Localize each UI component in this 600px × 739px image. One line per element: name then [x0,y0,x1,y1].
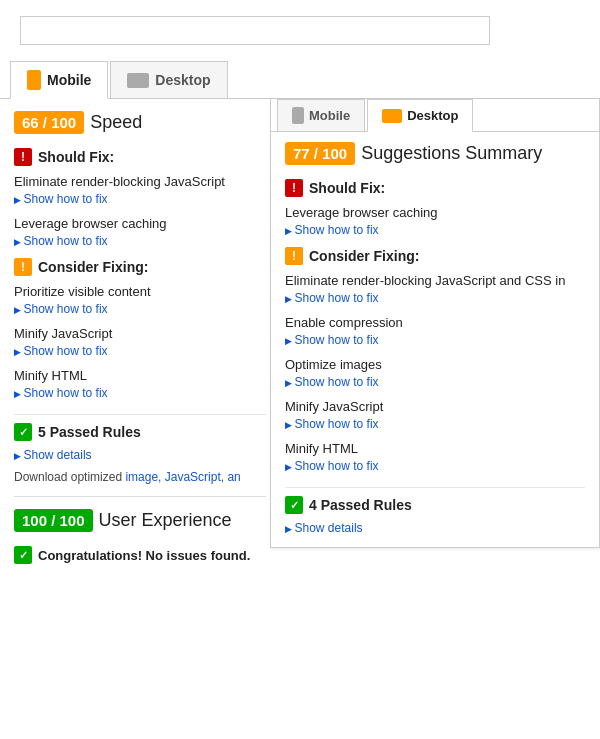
right-should-fix-list: Leverage browser caching Show how to fix [285,205,585,237]
right-consider-fix-label: Consider Fixing: [309,248,419,264]
tab-mobile[interactable]: Mobile [10,61,108,99]
suggestions-label: Suggestions Summary [361,143,542,164]
ux-label: User Experience [99,510,232,531]
speed-label: Speed [90,112,142,133]
main-tabs-row: Mobile Desktop [0,61,600,99]
show-how-link[interactable]: Show how to fix [285,417,379,431]
list-item: Optimize images Show how to fix [285,357,585,389]
show-how-link[interactable]: Show how to fix [14,386,108,400]
list-item: Leverage browser caching Show how to fix [285,205,585,237]
show-how-link[interactable]: Show how to fix [285,333,379,347]
show-details-link[interactable]: Show details [14,448,92,462]
speed-score-title: 66 / 100 Speed [14,111,266,134]
should-fix-list: Eliminate render-blocking JavaScript Sho… [14,174,266,248]
right-passed-count: 4 Passed Rules [309,497,412,513]
right-consider-fix-list: Eliminate render-blocking JavaScript and… [285,273,585,473]
right-passed-section: ✓ 4 Passed Rules Show details [285,487,585,535]
rule-text: Prioritize visible content [14,284,266,299]
left-panel: 66 / 100 Speed ! Should Fix: Eliminate r… [0,99,280,576]
right-consider-fix-icon: ! [285,247,303,265]
check-icon: ✓ [14,423,32,441]
main-content: 66 / 100 Speed ! Should Fix: Eliminate r… [0,99,600,576]
rule-text: Minify JavaScript [285,399,585,414]
show-how-link[interactable]: Show how to fix [14,234,108,248]
download-prefix: Download optimized [14,470,125,484]
rule-text: Optimize images [285,357,585,372]
rule-text: Eliminate render-blocking JavaScript and… [285,273,585,288]
right-tab-mobile[interactable]: Mobile [277,99,365,131]
should-fix-header: ! Should Fix: [14,148,266,166]
ux-score-title: 100 / 100 User Experience [14,509,266,532]
show-how-link[interactable]: Show how to fix [14,192,108,206]
rule-text: Minify HTML [14,368,266,383]
mobile-icon [27,70,41,90]
passed-count: 5 Passed Rules [38,424,141,440]
list-item: Prioritize visible content Show how to f… [14,284,266,316]
tab-desktop-label: Desktop [155,72,210,88]
right-passed-header: ✓ 4 Passed Rules [285,496,585,514]
desktop-icon [127,73,149,88]
rule-text: Minify HTML [285,441,585,456]
show-how-link[interactable]: Show how to fix [285,459,379,473]
speed-score-badge: 66 / 100 [14,111,84,134]
list-item: Enable compression Show how to fix [285,315,585,347]
suggestions-score-badge: 77 / 100 [285,142,355,165]
consider-fix-list: Prioritize visible content Show how to f… [14,284,266,400]
tab-desktop[interactable]: Desktop [110,61,227,98]
rule-text: Enable compression [285,315,585,330]
right-mobile-icon [292,107,304,124]
show-how-link[interactable]: Show how to fix [285,223,379,237]
should-fix-icon: ! [14,148,32,166]
right-mobile-label: Mobile [309,108,350,123]
show-how-link[interactable]: Show how to fix [14,302,108,316]
download-link[interactable]: image, JavaScript, an [125,470,240,484]
tab-mobile-label: Mobile [47,72,91,88]
passed-section: ✓ 5 Passed Rules Show details [14,414,266,462]
show-how-link[interactable]: Show how to fix [14,344,108,358]
congrats-check-icon: ✓ [14,546,32,564]
divider [14,496,266,497]
right-show-details-link[interactable]: Show details [285,521,363,535]
right-consider-fix-header: ! Consider Fixing: [285,247,585,265]
ux-score-badge: 100 / 100 [14,509,93,532]
list-item: Leverage browser caching Show how to fix [14,216,266,248]
right-panel-tabs: Mobile Desktop [271,99,599,132]
rule-text: Minify JavaScript [14,326,266,341]
download-text: Download optimized image, JavaScript, an [14,470,266,484]
list-item: Minify HTML Show how to fix [285,441,585,473]
rule-text: Eliminate render-blocking JavaScript [14,174,266,189]
right-desktop-icon [382,109,402,123]
consider-fix-label: Consider Fixing: [38,259,148,275]
list-item: Eliminate render-blocking JavaScript and… [285,273,585,305]
passed-header: ✓ 5 Passed Rules [14,423,266,441]
list-item: Minify JavaScript Show how to fix [285,399,585,431]
rule-text: Leverage browser caching [14,216,266,231]
list-item: Eliminate render-blocking JavaScript Sho… [14,174,266,206]
consider-fix-header: ! Consider Fixing: [14,258,266,276]
right-should-fix-header: ! Should Fix: [285,179,585,197]
list-item: Minify JavaScript Show how to fix [14,326,266,358]
url-input[interactable]: http://amazon.com/ [20,16,490,45]
right-panel: Mobile Desktop 77 / 100 Suggestions Summ… [270,99,600,548]
right-check-icon: ✓ [285,496,303,514]
right-should-fix-icon: ! [285,179,303,197]
rule-text: Leverage browser caching [285,205,585,220]
congrats-text: ✓ Congratulations! No issues found. [14,546,266,564]
right-desktop-label: Desktop [407,108,458,123]
congrats-label: Congratulations! No issues found. [38,548,250,563]
show-how-link[interactable]: Show how to fix [285,375,379,389]
right-should-fix-label: Should Fix: [309,180,385,196]
should-fix-label: Should Fix: [38,149,114,165]
consider-fix-icon: ! [14,258,32,276]
list-item: Minify HTML Show how to fix [14,368,266,400]
show-how-link[interactable]: Show how to fix [285,291,379,305]
right-tab-desktop[interactable]: Desktop [367,99,473,132]
suggestions-score-title: 77 / 100 Suggestions Summary [285,142,585,165]
